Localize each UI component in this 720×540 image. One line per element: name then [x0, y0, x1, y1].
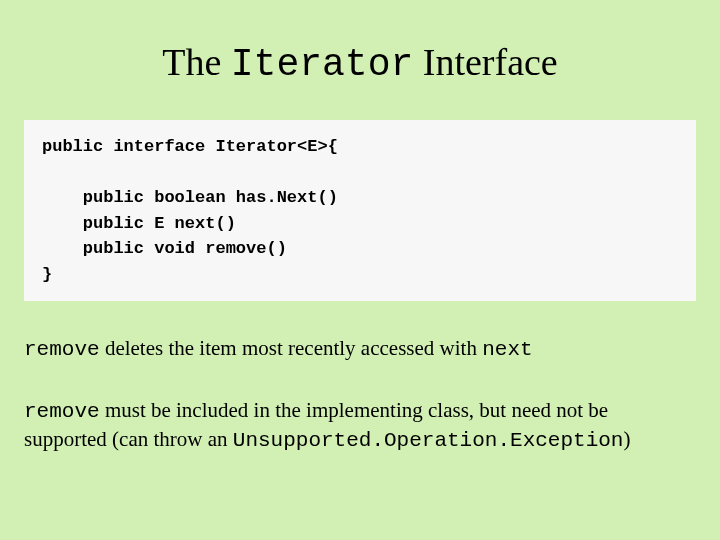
code-line-1: public interface Iterator<E>{: [42, 137, 338, 156]
code-line-3: public E next(): [42, 214, 236, 233]
paragraph-1: remove deletes the item most recently ac…: [24, 335, 696, 363]
code-block: public interface Iterator<E>{ public boo…: [24, 120, 696, 301]
code-line-5: }: [42, 265, 52, 284]
p2-code1: remove: [24, 400, 100, 423]
paragraph-2: remove must be included in the implement…: [24, 397, 696, 454]
code-line-4: public void remove(): [42, 239, 287, 258]
p2-code2: Unsupported.Operation.Exception: [233, 429, 624, 452]
p1-code1: remove: [24, 338, 100, 361]
p1-text1: deletes the item most recently accessed …: [100, 336, 483, 360]
p1-code2: next: [482, 338, 532, 361]
code-line-2: public boolean has.Next(): [42, 188, 338, 207]
slide-title: The Iterator Interface: [0, 40, 720, 86]
p2-text2: ): [623, 427, 630, 451]
title-code: Iterator: [231, 43, 413, 86]
title-part2: Interface: [413, 41, 558, 83]
slide: The Iterator Interface public interface …: [0, 40, 720, 540]
title-part1: The: [162, 41, 231, 83]
